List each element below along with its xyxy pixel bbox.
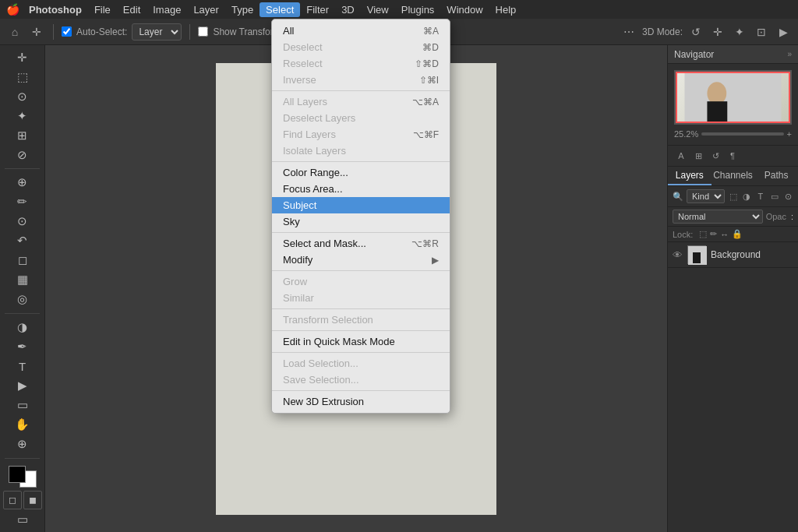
- blur-tool[interactable]: ◎: [11, 291, 34, 308]
- menubar-type[interactable]: Type: [225, 2, 260, 17]
- home-icon[interactable]: ⌂: [6, 23, 23, 41]
- magic-wand-tool[interactable]: ✦: [11, 107, 34, 125]
- menu-item-label: New 3D Extrusion: [283, 396, 364, 407]
- menu-item-edit-in-quick-mask-mode[interactable]: Edit in Quick Mask Mode: [272, 333, 450, 350]
- pixel-icon[interactable]: ⬚: [728, 189, 739, 203]
- move-tool[interactable]: ✛: [11, 48, 34, 66]
- quick-mask-icons: ◻ ◼: [3, 491, 42, 509]
- apple-menu[interactable]: 🍎: [6, 3, 19, 16]
- tab-channels[interactable]: Channels: [711, 167, 755, 185]
- path-selection-tool[interactable]: ▶: [11, 377, 34, 395]
- menu-item-label: Isolate Layers: [283, 145, 346, 157]
- menu-separator: [272, 308, 450, 309]
- 3d-zoom-icon[interactable]: ✦: [731, 23, 748, 41]
- menu-item-isolate-layers: Isolate Layers: [272, 143, 450, 159]
- hand-tool[interactable]: ✋: [11, 416, 34, 434]
- layers-search-row: 🔍 Kind ⬚ ◑ T ▭ ⊙: [668, 186, 798, 207]
- menubar-select[interactable]: Select: [260, 2, 300, 17]
- menubar-filter[interactable]: Filter: [300, 2, 335, 17]
- 3d-rotate-icon[interactable]: ↺: [687, 23, 704, 41]
- share-icon[interactable]: ⋯: [620, 23, 637, 41]
- 3d-camera-icon[interactable]: ⊡: [753, 23, 770, 41]
- shape-tool[interactable]: ▭: [11, 396, 34, 414]
- type-tool[interactable]: T: [11, 358, 34, 375]
- screen-mode-icon[interactable]: ▭: [11, 511, 34, 529]
- toolbar-separator-2: [189, 24, 190, 40]
- menubar-edit[interactable]: Edit: [117, 2, 147, 17]
- pen-tool[interactable]: ✒: [11, 338, 34, 356]
- auto-select-dropdown[interactable]: Layer Group: [132, 23, 182, 41]
- menu-item-label: Inverse: [283, 74, 316, 86]
- adjust-icon[interactable]: ◑: [742, 189, 753, 203]
- clone-tool[interactable]: ⊙: [11, 213, 34, 231]
- zoom-in-icon[interactable]: +: [787, 129, 792, 139]
- menu-item-shortcut: ⌘D: [422, 42, 439, 53]
- quick-mask-icon[interactable]: ◼: [23, 491, 42, 509]
- blend-mode-select[interactable]: Normal: [673, 210, 763, 224]
- menubar-image[interactable]: Image: [147, 2, 187, 17]
- lock-artboard-icon[interactable]: ↔: [720, 230, 729, 239]
- menubar-help[interactable]: Help: [489, 2, 523, 17]
- dodge-tool[interactable]: ◑: [11, 319, 34, 336]
- menu-item-all[interactable]: All⌘A: [272, 23, 450, 39]
- navigator-thumbnail[interactable]: [674, 70, 792, 125]
- menubar-window[interactable]: Window: [440, 2, 489, 17]
- tab-paths[interactable]: Paths: [754, 167, 798, 185]
- eyedropper-tool[interactable]: ⊘: [11, 146, 34, 164]
- menu-item-new-3d-extrusion[interactable]: New 3D Extrusion: [272, 393, 450, 410]
- transform-checkbox[interactable]: [198, 26, 208, 37]
- menu-item-color-range...[interactable]: Color Range...: [272, 164, 450, 181]
- 3d-pan-icon[interactable]: ✛: [709, 23, 726, 41]
- tab-layers[interactable]: Layers: [668, 167, 711, 185]
- shape-icon[interactable]: ▭: [769, 189, 780, 203]
- kind-select[interactable]: Kind: [687, 189, 725, 203]
- zoom-bar: 25.2% +: [674, 129, 792, 139]
- lock-move-icon[interactable]: ✏: [710, 229, 717, 239]
- panel-icon-4[interactable]: ¶: [726, 149, 740, 163]
- zoom-slider[interactable]: [701, 132, 783, 136]
- brush-tool[interactable]: ✏: [11, 193, 34, 211]
- healing-tool[interactable]: ⊕: [11, 174, 34, 192]
- history-tool[interactable]: ↶: [11, 232, 34, 250]
- panel-icon-1[interactable]: A: [674, 149, 688, 163]
- auto-select-checkbox[interactable]: [62, 26, 72, 37]
- standard-mode-icon[interactable]: ◻: [3, 491, 22, 509]
- zoom-tool[interactable]: ⊕: [11, 435, 34, 453]
- panel-collapse-btn[interactable]: »: [787, 50, 792, 58]
- crop-tool[interactable]: ⊞: [11, 126, 34, 144]
- marquee-tool[interactable]: ⬚: [11, 68, 34, 86]
- select-menu: All⌘ADeselect⌘DReselect⇧⌘DInverse⇧⌘IAll …: [271, 19, 450, 414]
- menubar-file[interactable]: File: [88, 2, 117, 17]
- eraser-tool[interactable]: ◻: [11, 252, 34, 270]
- lock-all-icon[interactable]: 🔒: [732, 229, 743, 239]
- smart-icon[interactable]: ⊙: [782, 189, 793, 203]
- 3d-video-icon[interactable]: ▶: [775, 23, 792, 41]
- menubar-3d[interactable]: 3D: [335, 2, 361, 17]
- menu-item-modify[interactable]: Modify▶: [272, 252, 450, 268]
- color-swatches[interactable]: [9, 466, 37, 488]
- menu-item-select-and-mask...[interactable]: Select and Mask...⌥⌘R: [272, 235, 450, 252]
- menu-item-label: All Layers: [283, 96, 327, 107]
- layers-mode-row: Normal Opac :: [668, 207, 798, 227]
- layer-visibility-eye[interactable]: 👁: [673, 249, 683, 261]
- type-icon[interactable]: T: [755, 189, 766, 203]
- panel-icon-3[interactable]: ↺: [708, 149, 722, 163]
- opacity-label: Opac: [766, 212, 786, 221]
- layer-background[interactable]: 👁 Background: [668, 242, 798, 268]
- menubar-view[interactable]: View: [361, 2, 395, 17]
- lock-pixels-icon[interactable]: ⬚: [699, 229, 707, 239]
- panel-icon-2[interactable]: ⊞: [691, 149, 705, 163]
- app-name: Photoshop: [29, 4, 82, 16]
- gradient-tool[interactable]: ▦: [11, 271, 34, 289]
- foreground-color[interactable]: [9, 466, 26, 483]
- menu-separator: [272, 390, 450, 391]
- menu-item-sky[interactable]: Sky: [272, 213, 450, 230]
- lasso-tool[interactable]: ⊙: [11, 87, 34, 105]
- move-tool-icon[interactable]: ✛: [28, 23, 45, 41]
- menubar-layer[interactable]: Layer: [187, 2, 225, 17]
- svg-rect-9: [693, 252, 701, 263]
- menubar-plugins[interactable]: Plugins: [395, 2, 441, 17]
- menu-item-focus-area...[interactable]: Focus Area...: [272, 181, 450, 197]
- menu-item-subject[interactable]: Subject: [272, 197, 450, 213]
- menu-item-shortcut: ⌥⌘A: [412, 97, 439, 107]
